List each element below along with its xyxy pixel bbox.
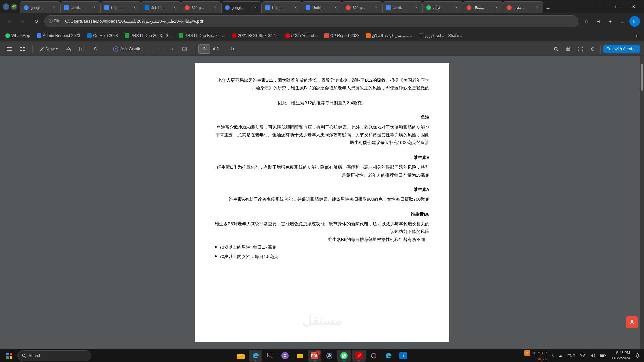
edge-profile-icon[interactable]: E [629,16,640,27]
taskbar-app-snip[interactable] [264,350,277,362]
svg-rect-40 [600,355,604,357]
split-screen-button[interactable]: ⊟ [593,16,604,27]
currency-indicator[interactable]: $ GBP/EGP x0,59- [523,349,548,362]
textbox-button[interactable]: T [76,44,87,54]
pdf-scrollbar-thumb[interactable] [641,64,643,90]
tab-3[interactable]: Untitl... ✕ [101,1,141,13]
rotate-button[interactable]: ↻ [227,44,238,54]
taskbar-search[interactable]: Search [17,350,91,361]
show-hidden-icons-button[interactable]: ∧ [550,353,555,358]
taskbar-app-pdf[interactable]: PDF 5 [308,350,321,362]
thumbnail-view-button[interactable] [17,44,28,54]
bookmark-shahid[interactable]: شاهد فور يو - Shahi... [416,32,465,39]
draw-dropdown-button[interactable]: Draw ▾ [37,44,60,54]
tab-2-close[interactable]: ✕ [92,5,97,10]
taskbar-app-color-picker[interactable] [367,350,380,362]
close-button[interactable]: ✕ [626,1,641,12]
system-clock[interactable]: 6:45 PM 11/22/2024 [609,350,632,361]
print-pdf-button[interactable] [563,44,574,54]
tab-2[interactable]: Untitl... ✕ [60,1,101,13]
reload-button[interactable]: ↻ [31,16,42,27]
volume-icon[interactable] [589,353,597,359]
strikethrough-button[interactable]: S̶ [90,44,101,54]
taskbar-app-file-explorer[interactable] [234,350,248,362]
back-button[interactable]: ← [4,16,15,27]
taskbar-app-edge2[interactable] [382,350,395,362]
tab-4[interactable]: Job1.f... ✕ [141,1,181,13]
extensions-icon[interactable]: 🧩 [11,3,17,10]
draw-label: Draw [45,47,55,51]
tab-6-active[interactable]: googl... ✕ [221,1,262,13]
tab-12-favicon [467,5,471,10]
bookmark-rog[interactable]: 2021 ROG Strix G17... [229,32,281,39]
eraser-button[interactable] [63,44,74,54]
tab-4-close[interactable]: ✕ [172,5,177,10]
bookmark-admin[interactable]: Admin Request 2023 [34,32,83,39]
toggle-sidebar-button[interactable] [4,44,15,54]
taskbar-app-edge[interactable] [249,350,262,362]
tab-7[interactable]: Untitl... ✕ [262,1,302,13]
acrobat-floating-button[interactable]: A [626,316,638,328]
page-number-input[interactable] [198,44,210,54]
taskbar-app-chrome[interactable] [323,350,336,362]
tab-3-close[interactable]: ✕ [132,5,137,10]
settings-pdf-button[interactable] [587,44,598,54]
fit-page-button[interactable] [179,44,190,54]
new-tab-button[interactable]: + [543,4,553,13]
ask-copilot-button[interactable]: Ask Copilot [109,44,147,54]
battery-icon[interactable] [599,353,607,358]
bookmark-whatsapp[interactable]: WhatsApp [3,32,33,39]
bookmarks-more-button[interactable]: › [632,31,641,40]
start-button[interactable] [3,350,16,362]
tab-13[interactable]: مقال... ✕ [503,1,543,13]
tab-9-close[interactable]: ✕ [373,5,379,10]
taskbar-app-canva[interactable]: C [278,350,292,362]
taskbar-app-intel[interactable]: i [396,350,410,362]
tab-12-close[interactable]: ✕ [494,5,499,10]
zoom-out-button[interactable]: − [155,44,166,54]
bookmark-musalsal[interactable]: مسلسل قواعد الطلاق... [363,32,415,39]
wifi-icon[interactable] [579,353,587,358]
taskbar-app-files[interactable] [293,350,307,362]
tab-10[interactable]: Untitl... ✕ [382,1,423,13]
more-tools-button[interactable]: … [617,16,628,27]
minimize-button[interactable]: — [592,1,608,12]
edit-with-acrobat-button[interactable]: Edit with Acrobat [603,45,640,53]
notification-button[interactable] [634,352,641,359]
tab-1[interactable]: googl... ✕ [20,1,60,13]
language-indicator[interactable]: ENG [566,353,577,358]
bookmark-pbs1[interactable]: PBS IT Dep 2023 - G... [122,32,175,39]
bookmark-report[interactable]: OP Report 2023 [322,32,362,39]
taskbar-app-whatsapp[interactable] [337,350,351,362]
bookmark-onhold[interactable]: On Hold 2023 [84,32,120,39]
tab-11-close[interactable]: ✕ [454,5,459,10]
search-pdf-button[interactable] [551,44,561,54]
cloud-icon[interactable]: ☁ [557,353,564,358]
zoom-fit-button[interactable] [575,44,586,54]
tab-8[interactable]: Untitl... ✕ [302,1,342,13]
bullet-2 [215,255,217,257]
tab-1-close[interactable]: ✕ [51,5,57,10]
tab-10-close[interactable]: ✕ [414,5,419,10]
tab-9[interactable]: 821.p... ✕ [342,1,382,13]
bookmark-pbs2[interactable]: PBS IT Dep Breaks -... [176,32,228,39]
fish-oil-title: 鱼油 [215,113,429,121]
favorites-button[interactable]: ☆ [581,16,592,27]
zoom-in-button[interactable]: + [167,44,178,54]
forward-button[interactable]: → [17,16,28,27]
tab-11[interactable]: قرآن... ✕ [423,1,463,13]
tab-8-close[interactable]: ✕ [333,5,338,10]
taskbar-app-pinned-pdf[interactable]: 📌 [352,350,366,362]
tab-5[interactable]: 821.p... ✕ [181,1,221,13]
profile-icon[interactable]: 👤 [3,3,9,10]
maximize-button[interactable]: □ [609,1,625,12]
collections-button[interactable]: + [605,16,616,27]
pdf-scrollbar[interactable] [640,56,644,349]
tab-13-close[interactable]: ✕ [534,5,540,10]
address-bar[interactable]: ⓘ File | C:/Users/aessa/Downloads/مقال%2… [44,15,578,27]
tab-7-close[interactable]: ✕ [293,5,298,10]
tab-5-close[interactable]: ✕ [212,5,218,10]
tab-6-close[interactable]: ✕ [253,5,258,10]
tab-12[interactable]: مقال... ✕ [463,1,503,13]
bookmark-youtube[interactable]: (439) YouTube [283,32,320,39]
